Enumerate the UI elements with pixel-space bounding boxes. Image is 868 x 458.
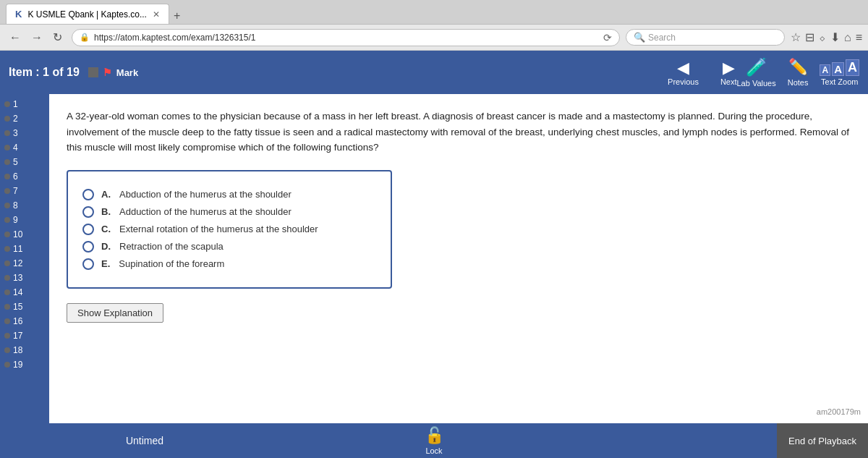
sidebar-dot-7 [4, 188, 10, 194]
sidebar-num-3: 3 [13, 128, 18, 138]
lock-label: Lock [425, 446, 442, 455]
previous-button[interactable]: ◀ [677, 59, 689, 77]
star-icon[interactable]: ☆ [791, 30, 801, 44]
sidebar-num-5: 5 [13, 157, 18, 167]
next-nav: ▶ Next [720, 59, 737, 86]
lock-button[interactable]: 🔓 Lock [425, 426, 444, 455]
mark-section: ⚑ Mark [88, 67, 138, 78]
lock-icon: 🔓 [425, 426, 444, 445]
forward-button[interactable]: → [27, 30, 46, 46]
text-zoom-medium-icon: A [832, 62, 844, 76]
sidebar-item-7[interactable]: 7 [0, 184, 49, 198]
sidebar-dot-19 [4, 362, 10, 368]
sidebar-dot-12 [4, 260, 10, 266]
sidebar-num-6: 6 [13, 171, 18, 182]
timer-label: Untimed [126, 435, 163, 446]
end-playback-button[interactable]: End of Playback [777, 423, 868, 458]
lab-values-button[interactable]: 🧪 Lab Values [737, 57, 776, 88]
tab-close-icon[interactable]: ✕ [153, 9, 160, 20]
radio-c[interactable] [82, 224, 94, 235]
sidebar-dot-3 [4, 130, 10, 136]
text-zoom-label: Text Zoom [821, 77, 858, 86]
sidebar-item-17[interactable]: 17 [0, 328, 49, 343]
mark-square-icon [88, 67, 98, 77]
back-button[interactable]: ← [6, 30, 25, 46]
tab-title: K USMLE Qbank | Kaptes.co... [27, 9, 147, 20]
sidebar-dot-18 [4, 347, 10, 353]
sidebar-num-10: 10 [13, 229, 22, 239]
radio-e[interactable] [82, 258, 94, 270]
text-zoom-large-icon: A [846, 59, 859, 76]
option-b[interactable]: B. Adduction of the humerus at the shoul… [82, 206, 376, 218]
sidebar-item-15[interactable]: 15 [0, 300, 49, 314]
new-tab-button[interactable]: + [169, 8, 184, 24]
sidebar-num-4: 4 [13, 143, 18, 153]
sidebar-num-19: 19 [13, 360, 22, 370]
active-tab[interactable]: K K USMLE Qbank | Kaptes.co... ✕ [6, 4, 169, 24]
browser-toolbar-icons: ☆ ⊟ ⬦ ⬇ ⌂ ≡ [791, 30, 862, 44]
reading-list-icon[interactable]: ⊟ [805, 30, 814, 44]
sidebar: 1 2 3 4 5 6 7 8 [0, 94, 49, 423]
sidebar-item-3[interactable]: 3 [0, 126, 49, 140]
settings-icon[interactable]: ≡ [856, 31, 862, 44]
text-zoom-letters: A A A [820, 59, 859, 76]
next-button[interactable]: ▶ [723, 59, 735, 77]
sidebar-item-5[interactable]: 5 [0, 155, 49, 169]
sidebar-item-6[interactable]: 6 [0, 169, 49, 184]
refresh-icon[interactable]: ⟳ [603, 32, 612, 43]
option-e-text: Supination of the forearm [119, 258, 224, 269]
sidebar-item-11[interactable]: 11 [0, 242, 49, 256]
search-bar[interactable]: 🔍 Search [626, 29, 785, 46]
home-icon[interactable]: ⌂ [844, 31, 851, 44]
sidebar-item-18[interactable]: 18 [0, 343, 49, 357]
option-b-label: B. [101, 206, 111, 217]
option-b-text: Adduction of the humerus at the shoulder [119, 206, 292, 217]
sidebar-item-16[interactable]: 16 [0, 314, 49, 328]
tab-k-icon: K [15, 9, 22, 20]
sidebar-item-13[interactable]: 13 [0, 271, 49, 285]
sidebar-item-14[interactable]: 14 [0, 285, 49, 300]
option-d[interactable]: D. Retraction of the scapula [82, 241, 376, 253]
next-label: Next [720, 77, 737, 86]
previous-label: Previous [668, 77, 699, 86]
sidebar-item-4[interactable]: 4 [0, 140, 49, 155]
radio-d[interactable] [82, 241, 94, 253]
sidebar-item-1[interactable]: 1 [0, 97, 49, 111]
notes-label: Notes [788, 78, 809, 87]
sidebar-item-10[interactable]: 10 [0, 227, 49, 242]
option-c[interactable]: C. External rotation of the humerus at t… [82, 224, 376, 235]
tab-bar: K K USMLE Qbank | Kaptes.co... ✕ + [0, 0, 868, 25]
flag-icon: ⚑ [103, 67, 112, 78]
sidebar-num-17: 17 [13, 331, 22, 341]
option-a[interactable]: A. Abduction of the humerus at the shoul… [82, 189, 376, 200]
radio-a[interactable] [82, 189, 94, 200]
app-header: Item : 1 of 19 ⚑ Mark ◀ Previous ▶ Next … [0, 51, 868, 94]
sidebar-num-13: 13 [13, 273, 22, 283]
sidebar-dot-16 [4, 318, 10, 324]
extension-icon[interactable]: ⬦ [819, 31, 826, 44]
option-e-label: E. [101, 258, 110, 269]
sidebar-item-2[interactable]: 2 [0, 111, 49, 126]
item-info: Item : 1 of 19 ⚑ Mark [9, 66, 668, 79]
download-icon[interactable]: ⬇ [830, 30, 840, 44]
mark-label[interactable]: Mark [116, 67, 138, 78]
notes-button[interactable]: ✏️ Notes [788, 58, 809, 87]
sidebar-item-12[interactable]: 12 [0, 256, 49, 271]
sidebar-dot-8 [4, 203, 10, 208]
url-bar[interactable]: 🔒 https://atom.kaptest.com/exam/1326315/… [72, 29, 620, 46]
sidebar-num-14: 14 [13, 287, 22, 297]
browser-controls: ← → ↻ [6, 29, 66, 46]
text-zoom-button[interactable]: A A A Text Zoom [820, 59, 859, 86]
sidebar-item-8[interactable]: 8 [0, 198, 49, 213]
radio-b[interactable] [82, 206, 94, 218]
reload-button[interactable]: ↻ [49, 29, 66, 46]
sidebar-dot-15 [4, 304, 10, 310]
sidebar-item-9[interactable]: 9 [0, 213, 49, 227]
footer-lock: 🔓 Lock [289, 426, 579, 455]
lab-values-label: Lab Values [737, 79, 776, 88]
sidebar-dot-4 [4, 145, 10, 150]
show-explanation-button[interactable]: Show Explanation [67, 303, 163, 323]
item-label: Item : 1 of 19 [9, 66, 80, 79]
sidebar-item-19[interactable]: 19 [0, 357, 49, 372]
option-e[interactable]: E. Supination of the forearm [82, 258, 376, 270]
